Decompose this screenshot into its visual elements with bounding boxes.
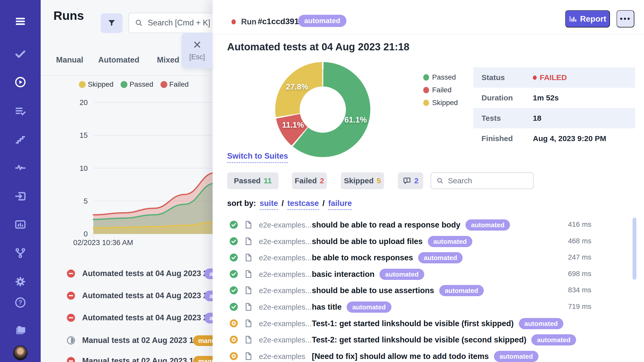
test-name: Test-2: get started linkshould be visibl… bbox=[312, 335, 526, 344]
run-title: Automated tests at 04 Aug 2023 21:18 bbox=[82, 269, 223, 278]
run-status-icon bbox=[66, 269, 76, 278]
test-list-item[interactable]: e2e-examples... Test-2: get started link… bbox=[213, 333, 644, 346]
test-duration: 719 ms bbox=[540, 303, 591, 311]
test-status-icon bbox=[229, 269, 239, 279]
sidebar-item-reports[interactable] bbox=[13, 217, 27, 232]
run-list-item[interactable]: Automated tests at 04 Aug 2023 21:18 aut… bbox=[41, 267, 219, 280]
test-list-item[interactable]: e2e-examples... should be able to use as… bbox=[213, 284, 644, 297]
test-duration: 468 ms bbox=[540, 237, 591, 245]
file-icon bbox=[244, 285, 253, 295]
sidebar-item-branches[interactable] bbox=[13, 246, 27, 260]
run-detail-panel: Run #c1ccd391 automated Report ••• Autom… bbox=[213, 0, 644, 362]
test-suite: e2e-examples... bbox=[259, 320, 311, 328]
run-title: Automated tests at 04 Aug 2023 21:15 bbox=[82, 291, 223, 300]
test-type-badge: automated bbox=[519, 318, 563, 329]
test-suite: e2e-examples bbox=[259, 352, 305, 361]
test-list-item[interactable]: e2e-examples... be able to mock response… bbox=[213, 251, 644, 264]
user-avatar[interactable] bbox=[13, 346, 27, 360]
file-icon bbox=[244, 269, 253, 279]
test-name: should be able to upload files bbox=[312, 237, 423, 246]
test-status-icon bbox=[229, 236, 239, 246]
run-status-icon bbox=[66, 313, 76, 323]
test-status-icon bbox=[229, 285, 239, 295]
test-name: should be able to read a response body bbox=[312, 220, 460, 230]
test-status-icon bbox=[229, 335, 239, 344]
file-icon bbox=[244, 236, 253, 246]
test-list-item[interactable]: e2e-examples... has title automated 719 … bbox=[213, 300, 644, 314]
sidebar-item-pulse[interactable] bbox=[13, 160, 27, 175]
test-suite: e2e-examples... bbox=[259, 303, 311, 311]
test-list-item[interactable]: e2e-examples... should be able to read a… bbox=[213, 218, 644, 232]
sidebar: ? bbox=[0, 0, 41, 362]
test-duration: 698 ms bbox=[540, 270, 591, 278]
svg-text:?: ? bbox=[19, 299, 22, 306]
close-detail-button[interactable]: ✕ [Esc] bbox=[182, 33, 213, 68]
test-type-badge: automated bbox=[418, 252, 463, 263]
test-name: [Need to fix] should allow me to add tod… bbox=[312, 352, 489, 361]
test-suite: e2e-examples... bbox=[259, 286, 311, 295]
run-list-item[interactable]: Automated tests at 04 Aug 2023 21:11 aut… bbox=[41, 311, 219, 324]
test-status-icon bbox=[229, 253, 239, 262]
test-list-item[interactable]: e2e-examples [Need to fix] should allow … bbox=[213, 350, 644, 362]
test-type-badge: automated bbox=[494, 351, 538, 362]
test-suite: e2e-examples... bbox=[259, 270, 311, 279]
test-duration: 416 ms bbox=[540, 220, 591, 229]
sidebar-item-projects[interactable] bbox=[13, 323, 27, 337]
sidebar-item-steps[interactable] bbox=[13, 132, 27, 147]
test-type-badge: automated bbox=[347, 301, 391, 313]
menu-icon[interactable] bbox=[13, 14, 27, 28]
test-type-badge: automated bbox=[465, 219, 510, 231]
test-duration: 834 ms bbox=[540, 286, 591, 294]
test-type-badge: automated bbox=[379, 269, 424, 280]
test-type-badge: automated bbox=[531, 334, 576, 345]
file-icon bbox=[244, 253, 253, 262]
test-type-badge: automated bbox=[428, 236, 472, 247]
test-suite: e2e-examples... bbox=[259, 336, 311, 344]
file-icon bbox=[244, 335, 253, 344]
settings-gear-icon[interactable] bbox=[13, 275, 27, 289]
esc-hint: [Esc] bbox=[189, 53, 205, 61]
run-status-icon bbox=[66, 336, 76, 345]
sidebar-item-runs[interactable] bbox=[13, 75, 27, 89]
run-status-icon bbox=[66, 356, 76, 362]
test-name: has title bbox=[312, 303, 342, 312]
test-name: should be able to use assertions bbox=[312, 286, 434, 295]
sidebar-item-import[interactable] bbox=[13, 189, 27, 203]
app-window: ? Runs Search [Cmd + K] ManualAutomatedM… bbox=[0, 0, 644, 362]
test-name: be able to mock responses bbox=[312, 253, 413, 262]
help-icon[interactable]: ? bbox=[13, 295, 27, 310]
run-status-icon bbox=[66, 291, 76, 300]
test-name: basic interaction bbox=[312, 270, 374, 279]
test-status-icon bbox=[229, 302, 239, 312]
test-suite: e2e-examples... bbox=[259, 237, 311, 246]
sidebar-item-test-plans[interactable] bbox=[13, 104, 27, 118]
test-list-item[interactable]: e2e-examples... basic interaction automa… bbox=[213, 268, 644, 281]
test-duration: 247 ms bbox=[540, 253, 591, 261]
test-list-item[interactable]: e2e-examples... Test-1: get started link… bbox=[213, 317, 644, 330]
file-icon bbox=[244, 220, 253, 230]
test-status-icon bbox=[229, 351, 239, 361]
tests-list: e2e-examples... should be able to read a… bbox=[213, 0, 644, 362]
file-icon bbox=[244, 302, 253, 312]
test-suite: e2e-examples... bbox=[259, 221, 311, 229]
run-list-item[interactable]: Manual tests at 02 Aug 2023 10:55 manual bbox=[41, 334, 219, 347]
avatar bbox=[13, 345, 27, 360]
test-name: Test-1: get started linkshould be visibl… bbox=[312, 319, 514, 328]
test-suite: e2e-examples... bbox=[259, 254, 311, 262]
test-type-badge: automated bbox=[439, 285, 484, 296]
file-icon bbox=[244, 319, 253, 328]
run-title: Manual tests at 02 Aug 2023 10:24 bbox=[82, 356, 209, 362]
test-status-icon bbox=[229, 220, 239, 230]
tests-scrollbar[interactable] bbox=[633, 218, 636, 280]
run-title: Manual tests at 02 Aug 2023 10:55 bbox=[82, 336, 209, 345]
file-icon bbox=[244, 351, 253, 361]
run-list-item[interactable]: Automated tests at 04 Aug 2023 21:15 aut… bbox=[41, 289, 219, 302]
test-status-icon bbox=[229, 319, 239, 328]
test-list-item[interactable]: e2e-examples... should be able to upload… bbox=[213, 235, 644, 248]
run-list-item[interactable]: Manual tests at 02 Aug 2023 10:24 manual bbox=[41, 354, 219, 362]
sidebar-item-tests[interactable] bbox=[13, 47, 27, 61]
run-title: Automated tests at 04 Aug 2023 21:11 bbox=[82, 313, 223, 322]
close-icon: ✕ bbox=[193, 40, 201, 50]
